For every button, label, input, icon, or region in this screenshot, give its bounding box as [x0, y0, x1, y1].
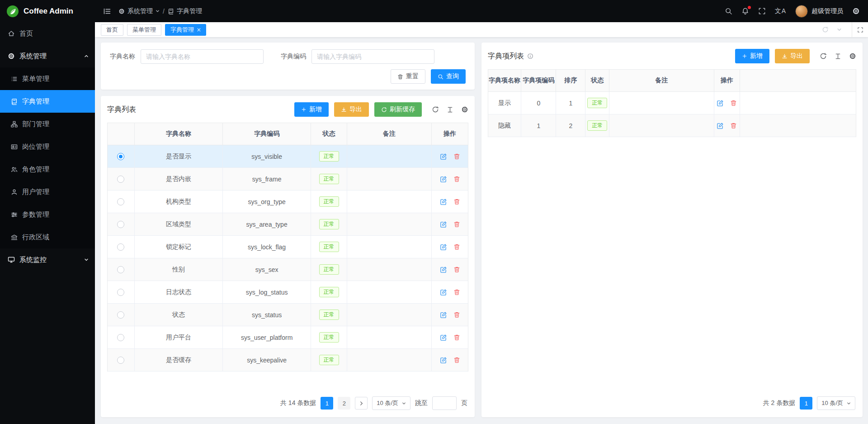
delete-icon[interactable] [453, 198, 460, 205]
dict-name-input[interactable] [141, 49, 264, 64]
dict-table-row[interactable]: 是否内嵌 sys_frame 正常 [108, 168, 468, 191]
collapse-sidebar-icon[interactable] [103, 7, 111, 15]
home-icon [8, 30, 15, 37]
edit-icon[interactable] [440, 266, 447, 273]
expand-content-icon[interactable] [852, 22, 868, 37]
column-settings-gear-icon[interactable] [461, 106, 468, 113]
row-radio[interactable] [117, 289, 124, 296]
edit-icon[interactable] [440, 334, 447, 341]
dict-table-row[interactable]: 区域类型 sys_area_type 正常 [108, 213, 468, 236]
delete-icon[interactable] [453, 289, 460, 295]
sidebar-item-role-mgmt[interactable]: 角色管理 [0, 158, 95, 181]
delete-icon[interactable] [453, 266, 460, 273]
delete-icon[interactable] [453, 221, 460, 228]
tab-menu-mgmt[interactable]: 菜单管理 [127, 24, 161, 36]
row-radio[interactable] [117, 334, 124, 341]
user-menu[interactable]: 超级管理员 [795, 5, 843, 18]
row-radio[interactable] [117, 153, 124, 160]
sidebar-item-dept-mgmt[interactable]: 部门管理 [0, 113, 95, 135]
delete-icon[interactable] [453, 357, 460, 363]
sidebar-item-dict-mgmt[interactable]: 字典管理 [0, 90, 95, 113]
page-button-1[interactable]: 1 [800, 397, 812, 410]
delete-icon[interactable] [453, 334, 460, 341]
row-radio[interactable] [117, 176, 124, 183]
info-icon[interactable] [527, 53, 533, 59]
refresh-cache-button[interactable]: 刷新缓存 [374, 102, 422, 117]
edit-icon[interactable] [440, 243, 447, 251]
breadcrumb-item-system[interactable]: 系统管理 [118, 7, 160, 15]
dict-table-row[interactable]: 性别 sys_sex 正常 [108, 258, 468, 281]
delete-icon[interactable] [453, 243, 460, 250]
dict-table-row[interactable]: 是否显示 sys_visible 正常 [108, 145, 468, 168]
sidebar-item-home[interactable]: 首页 [0, 22, 95, 45]
sidebar-item-menu-mgmt[interactable]: 菜单管理 [0, 67, 95, 90]
refresh-tab-icon[interactable] [822, 26, 829, 33]
edit-icon[interactable] [440, 198, 447, 205]
tab-options-chevron-icon[interactable] [837, 27, 842, 32]
edit-icon[interactable] [440, 153, 447, 160]
dict-table-row[interactable]: 机构类型 sys_org_type 正常 [108, 191, 468, 213]
item-table-row[interactable]: 隐藏 1 2 正常 [488, 114, 856, 137]
edit-icon[interactable] [440, 357, 447, 364]
item-table-row[interactable]: 显示 0 1 正常 [488, 92, 856, 114]
dict-table-row[interactable]: 状态 sys_status 正常 [108, 304, 468, 326]
edit-icon[interactable] [440, 221, 447, 228]
tab-label: 首页 [106, 26, 118, 34]
jump-page-input[interactable] [432, 396, 457, 410]
density-icon[interactable] [835, 53, 841, 60]
delete-icon[interactable] [730, 100, 737, 106]
item-pagination: 共 2 条数据 1 10 条/页 [488, 390, 856, 417]
tab-close-icon[interactable] [197, 28, 201, 32]
notifications-bell-icon[interactable] [741, 7, 749, 15]
delete-icon[interactable] [453, 153, 460, 160]
density-icon[interactable] [447, 106, 453, 113]
row-radio[interactable] [117, 221, 124, 228]
row-radio[interactable] [117, 357, 124, 364]
dict-table-row[interactable]: 是否缓存 sys_keepalive 正常 [108, 349, 468, 372]
export-item-button[interactable]: 导出 [775, 49, 810, 63]
refresh-table-icon[interactable] [820, 52, 827, 60]
delete-icon[interactable] [453, 176, 460, 182]
column-settings-gear-icon[interactable] [849, 52, 856, 60]
row-radio[interactable] [117, 243, 124, 251]
add-dict-button[interactable]: 新增 [294, 102, 329, 117]
translate-icon[interactable]: 文A [775, 7, 786, 15]
fullscreen-icon[interactable] [758, 7, 766, 15]
edit-icon[interactable] [440, 176, 447, 183]
tab-dict-mgmt[interactable]: 字典管理 [165, 24, 206, 36]
delete-icon[interactable] [453, 311, 460, 318]
page-size-select[interactable]: 10 条/页 [372, 396, 410, 410]
search-icon[interactable] [725, 7, 732, 15]
dict-table-row[interactable]: 用户平台 sys_user_platform 正常 [108, 326, 468, 349]
refresh-table-icon[interactable] [432, 106, 439, 113]
row-radio[interactable] [117, 198, 124, 205]
edit-icon[interactable] [440, 311, 447, 319]
dict-code-input[interactable] [311, 49, 434, 64]
sidebar-item-post-mgmt[interactable]: 岗位管理 [0, 135, 95, 158]
sidebar-item-param-mgmt[interactable]: 参数管理 [0, 203, 95, 226]
sidebar-item-system-mgmt[interactable]: 系统管理 [0, 45, 95, 67]
dict-table-row[interactable]: 日志状态 sys_log_status 正常 [108, 281, 468, 304]
sidebar-item-system-monitor[interactable]: 系统监控 [0, 248, 95, 271]
sidebar-item-region[interactable]: 行政区域 [0, 226, 95, 248]
query-button[interactable]: 查询 [431, 69, 466, 84]
row-radio[interactable] [117, 311, 124, 319]
export-dict-button[interactable]: 导出 [334, 102, 369, 117]
page-button-1[interactable]: 1 [321, 397, 333, 410]
reset-button[interactable]: 重置 [391, 69, 425, 84]
edit-icon[interactable] [717, 100, 724, 107]
tab-home[interactable]: 首页 [101, 24, 123, 36]
filler-cell [740, 92, 854, 114]
dict-table-row[interactable]: 锁定标记 sys_lock_flag 正常 [108, 236, 468, 258]
edit-icon[interactable] [717, 122, 724, 129]
page-button-2[interactable]: 2 [338, 397, 350, 410]
page-size-select[interactable]: 10 条/页 [817, 396, 855, 410]
settings-gear-icon[interactable] [852, 7, 860, 15]
edit-icon[interactable] [440, 289, 447, 296]
row-radio[interactable] [117, 266, 124, 273]
delete-icon[interactable] [730, 122, 737, 129]
next-page-button[interactable] [355, 397, 368, 410]
add-item-button[interactable]: 新增 [735, 49, 769, 63]
app-logo[interactable]: Coffee Admin [0, 0, 95, 22]
sidebar-item-user-mgmt[interactable]: 用户管理 [0, 181, 95, 203]
